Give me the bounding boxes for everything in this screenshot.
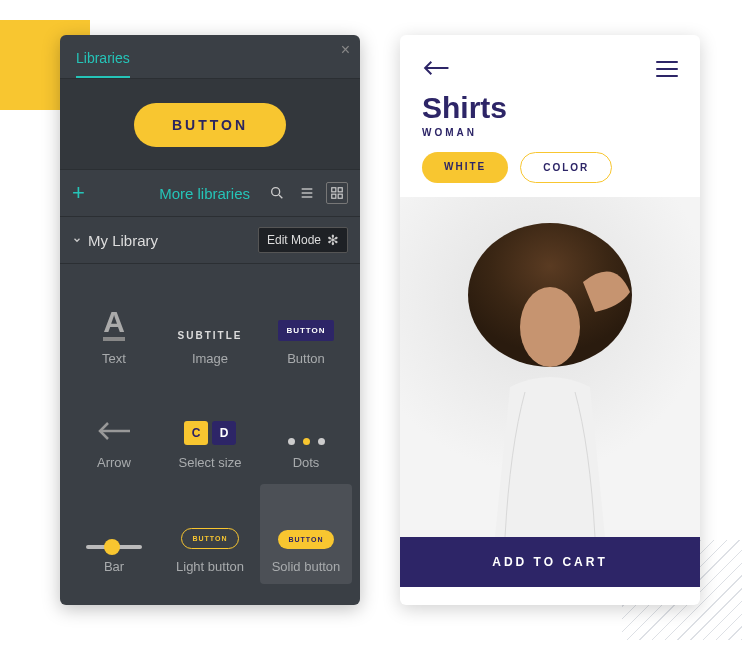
library-item-arrow[interactable]: Arrow xyxy=(68,380,160,480)
page-subtitle: WOMAN xyxy=(422,127,678,138)
slider-sample xyxy=(86,545,142,549)
library-item-label: Arrow xyxy=(97,455,131,470)
library-item-label: Light button xyxy=(176,559,244,574)
add-to-cart-button[interactable]: ADD TO CART xyxy=(400,537,700,587)
library-item-label: Image xyxy=(192,351,228,366)
back-arrow-icon[interactable] xyxy=(422,55,450,83)
solid-button-sample: BUTTON xyxy=(278,530,333,549)
panel-toolbar: + More libraries xyxy=(60,170,360,217)
libraries-panel: × Libraries BUTTON + More libraries My L… xyxy=(60,35,360,605)
size-d: D xyxy=(212,421,236,445)
light-button-sample: BUTTON xyxy=(181,528,238,549)
my-library-label: My Library xyxy=(88,232,158,249)
phone-preview: Shirts WOMAN WHITE COLOR ADD TO CART xyxy=(400,35,700,605)
close-icon[interactable]: × xyxy=(341,41,350,59)
library-item-label: Button xyxy=(287,351,325,366)
grid-view-icon[interactable] xyxy=(326,182,348,204)
svg-point-0 xyxy=(272,188,280,196)
chevron-down-icon xyxy=(72,235,82,245)
model-illustration xyxy=(445,217,655,537)
library-item-dots[interactable]: Dots xyxy=(260,380,352,480)
chip-white[interactable]: WHITE xyxy=(422,152,508,183)
library-item-text[interactable]: A Text xyxy=(68,276,160,376)
library-item-label: Solid button xyxy=(272,559,341,574)
library-item-label: Dots xyxy=(293,455,320,470)
library-item-light-button[interactable]: BUTTON Light button xyxy=(164,484,256,584)
svg-rect-6 xyxy=(338,188,342,192)
library-item-solid-button[interactable]: BUTTON Solid button xyxy=(260,484,352,584)
library-item-label: Text xyxy=(102,351,126,366)
svg-rect-8 xyxy=(338,194,342,198)
more-libraries-link[interactable]: More libraries xyxy=(159,185,250,202)
library-item-label: Select size xyxy=(179,455,242,470)
library-item-label: Bar xyxy=(104,559,124,574)
library-item-image[interactable]: SUBTITLE Image xyxy=(164,276,256,376)
library-item-bar[interactable]: Bar xyxy=(68,484,160,584)
subtitle-sample: SUBTITLE xyxy=(178,330,243,341)
phone-header xyxy=(400,35,700,91)
filter-chips: WHITE COLOR xyxy=(400,138,700,191)
button-sample: BUTTON xyxy=(278,320,333,341)
my-library-toggle[interactable]: My Library xyxy=(72,232,158,249)
dot xyxy=(288,438,295,445)
dot-active xyxy=(303,438,310,445)
library-grid: A Text SUBTITLE Image BUTTON Button Arro… xyxy=(60,264,360,596)
phone-title-block: Shirts WOMAN xyxy=(400,91,700,138)
svg-rect-5 xyxy=(332,188,336,192)
product-image xyxy=(400,197,700,537)
svg-line-1 xyxy=(279,195,282,198)
add-icon[interactable]: + xyxy=(72,180,85,206)
dot xyxy=(318,438,325,445)
tab-libraries[interactable]: Libraries xyxy=(76,50,130,78)
search-icon[interactable] xyxy=(266,182,288,204)
chip-color[interactable]: COLOR xyxy=(520,152,612,183)
hero-preview-area: BUTTON xyxy=(60,79,360,170)
svg-point-12 xyxy=(520,287,580,367)
list-view-icon[interactable] xyxy=(296,182,318,204)
svg-rect-7 xyxy=(332,194,336,198)
text-icon: A xyxy=(103,307,125,341)
size-c: C xyxy=(184,421,208,445)
library-item-select-size[interactable]: C D Select size xyxy=(164,380,256,480)
library-item-button[interactable]: BUTTON Button xyxy=(260,276,352,376)
gear-icon: ✻ xyxy=(327,232,339,248)
select-size-sample: C D xyxy=(184,421,236,445)
edit-mode-label: Edit Mode xyxy=(267,233,321,247)
library-section-header: My Library Edit Mode ✻ xyxy=(60,217,360,264)
panel-tabbar: Libraries xyxy=(60,35,360,79)
hamburger-menu-icon[interactable] xyxy=(656,61,678,77)
hero-button-sample[interactable]: BUTTON xyxy=(134,103,286,147)
arrow-left-icon xyxy=(96,421,132,445)
dots-sample xyxy=(288,438,325,445)
page-title: Shirts xyxy=(422,91,678,125)
edit-mode-button[interactable]: Edit Mode ✻ xyxy=(258,227,348,253)
